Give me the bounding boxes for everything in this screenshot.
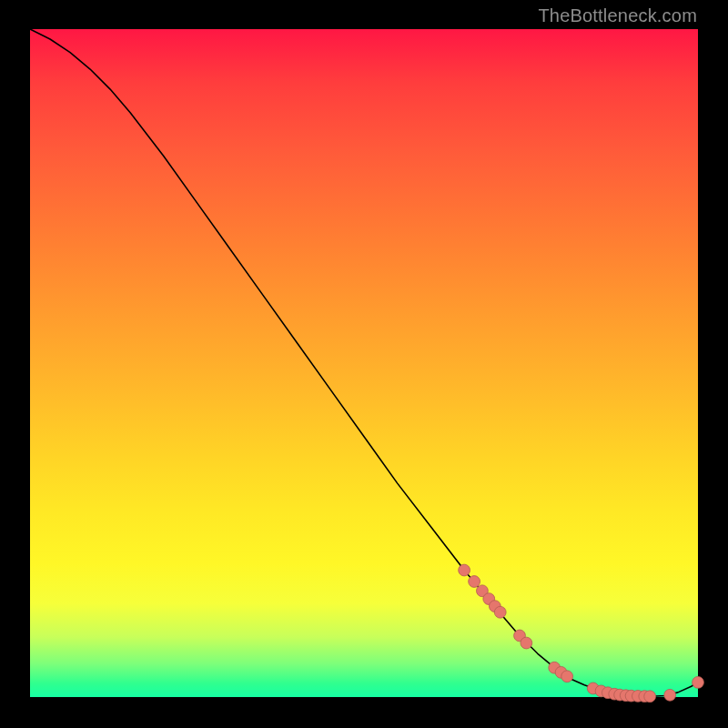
- chart-overlay-svg: [30, 29, 698, 697]
- watermark-label: TheBottleneck.com: [538, 5, 697, 26]
- curve-marker: [693, 676, 704, 688]
- curve-markers: [459, 564, 704, 703]
- curve-marker: [664, 689, 676, 701]
- curve-marker: [469, 576, 480, 588]
- curve-marker: [644, 691, 656, 703]
- curve-marker: [561, 671, 573, 682]
- chart-stage: TheBottleneck.com: [0, 0, 728, 728]
- curve-marker: [459, 564, 470, 576]
- bottleneck-curve: [30, 29, 698, 696]
- curve-marker: [521, 637, 532, 649]
- curve-marker: [494, 606, 506, 618]
